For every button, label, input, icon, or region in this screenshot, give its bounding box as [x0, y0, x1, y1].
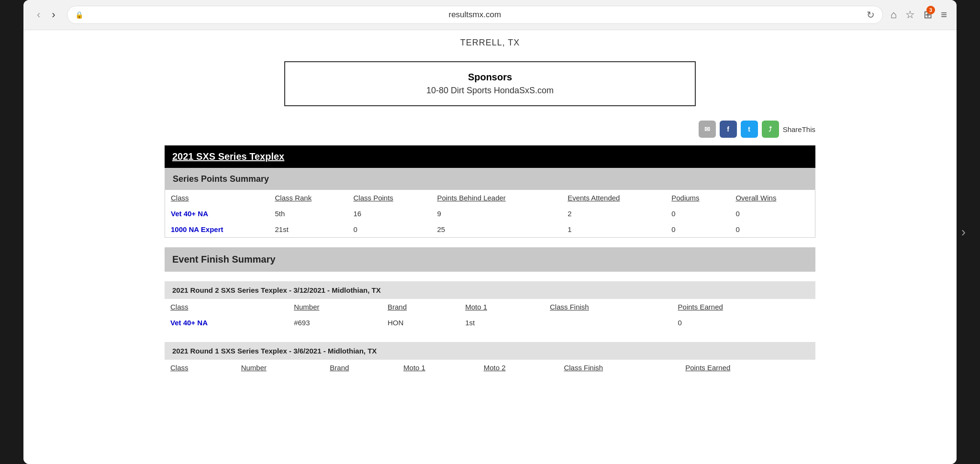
- event-cell: #693: [288, 315, 382, 331]
- location-header: TERRELL, TX: [165, 30, 815, 52]
- col-overall-wins: Overall Wins: [730, 190, 815, 206]
- address-bar: 🔒 resultsmx.com ↻: [67, 6, 883, 24]
- share-row: ✉ f t ⤴ ShareThis: [165, 116, 815, 145]
- event-round-header: 2021 Round 2 SXS Series Texplex - 3/12/2…: [165, 281, 815, 299]
- page-inner: TERRELL, TX Sponsors 10-80 Dirt Sports H…: [155, 30, 825, 406]
- reload-button[interactable]: ↻: [867, 9, 875, 21]
- col-podiums: Podiums: [666, 190, 730, 206]
- table-row: Vet 40+ NA 5th 16 9 2 0 0: [165, 206, 815, 221]
- event-col-header: Class Finish: [544, 299, 672, 315]
- bookmark-button[interactable]: ☆: [905, 9, 915, 21]
- event-block: 2021 Round 1 SXS Series Texplex - 3/6/20…: [165, 342, 815, 376]
- table-row: 1000 NA Expert 21st 0 25 1 0 0: [165, 221, 815, 237]
- podiums-cell: 0: [666, 221, 730, 237]
- menu-button[interactable]: ≡: [941, 9, 947, 21]
- class-cell[interactable]: 1000 NA Expert: [165, 221, 269, 237]
- points-behind-cell: 25: [431, 221, 562, 237]
- event-cell: HON: [382, 315, 459, 331]
- toolbar-icons: ⌂ ☆ ⊞ 3 ≡: [891, 9, 947, 21]
- browser-window: ‹ › 🔒 resultsmx.com ↻ ⌂ ☆ ⊞ 3 ≡ TERRELL,…: [23, 0, 957, 464]
- home-button[interactable]: ⌂: [891, 9, 897, 21]
- event-table: ClassNumberBrandMoto 1Moto 2Class Finish…: [165, 360, 815, 376]
- tabs-badge: 3: [926, 6, 935, 14]
- sponsors-names: 10-80 Dirt Sports HondaSxS.com: [304, 86, 676, 96]
- overall-wins-cell: 0: [730, 221, 815, 237]
- tabs-button[interactable]: ⊞ 3: [924, 9, 932, 21]
- collapse-arrow[interactable]: ›: [961, 224, 966, 240]
- event-col-header: Moto 1: [398, 360, 478, 376]
- event-cell: 0: [672, 315, 815, 331]
- event-col-header: Class Finish: [558, 360, 679, 376]
- share-this-button[interactable]: ⤴: [762, 121, 779, 138]
- nav-buttons: ‹ ›: [33, 7, 59, 23]
- class-rank-cell: 21st: [269, 221, 347, 237]
- col-class: Class: [165, 190, 269, 206]
- share-this-label: ShareThis: [783, 125, 815, 133]
- series-title-bar: 2021 SXS Series Texplex: [165, 145, 815, 168]
- col-events-attended: Events Attended: [562, 190, 666, 206]
- class-points-cell: 0: [348, 221, 432, 237]
- event-table-row: Vet 40+ NA#693HON1st0: [165, 315, 815, 331]
- event-cell: [544, 315, 672, 331]
- share-facebook-button[interactable]: f: [720, 121, 737, 138]
- forward-button[interactable]: ›: [48, 7, 59, 23]
- podiums-cell: 0: [666, 206, 730, 221]
- share-twitter-button[interactable]: t: [741, 121, 758, 138]
- event-col-header: Number: [288, 299, 382, 315]
- series-points-table: Class Class Rank Class Points Points Beh…: [165, 190, 815, 237]
- browser-toolbar: ‹ › 🔒 resultsmx.com ↻ ⌂ ☆ ⊞ 3 ≡: [23, 0, 957, 30]
- share-email-button[interactable]: ✉: [699, 121, 716, 138]
- event-col-header: Points Earned: [679, 360, 815, 376]
- event-col-header: Points Earned: [672, 299, 815, 315]
- event-col-header: Moto 2: [478, 360, 558, 376]
- col-points-behind: Points Behind Leader: [431, 190, 562, 206]
- event-cell: 1st: [459, 315, 544, 331]
- event-col-header: Number: [235, 360, 324, 376]
- event-round-header: 2021 Round 1 SXS Series Texplex - 3/6/20…: [165, 342, 815, 360]
- page-content: TERRELL, TX Sponsors 10-80 Dirt Sports H…: [23, 30, 957, 464]
- event-cell: Vet 40+ NA: [165, 315, 288, 331]
- col-class-points: Class Points: [348, 190, 432, 206]
- event-block: 2021 Round 2 SXS Series Texplex - 3/12/2…: [165, 281, 815, 331]
- url-display[interactable]: resultsmx.com: [87, 10, 863, 20]
- event-col-header: Class: [165, 299, 288, 315]
- lock-icon: 🔒: [75, 11, 83, 19]
- class-points-cell: 16: [348, 206, 432, 221]
- event-table: ClassNumberBrandMoto 1Class FinishPoints…: [165, 299, 815, 331]
- event-col-header: Brand: [382, 299, 459, 315]
- sponsors-title: Sponsors: [304, 72, 676, 83]
- series-points-header: Series Points Summary: [165, 168, 815, 190]
- class-rank-cell: 5th: [269, 206, 347, 221]
- class-cell[interactable]: Vet 40+ NA: [165, 206, 269, 221]
- sponsors-box: Sponsors 10-80 Dirt Sports HondaSxS.com: [284, 61, 696, 106]
- event-col-header: Class: [165, 360, 235, 376]
- event-col-header: Brand: [324, 360, 398, 376]
- events-attended-cell: 1: [562, 221, 666, 237]
- points-behind-cell: 9: [431, 206, 562, 221]
- event-col-header: Moto 1: [459, 299, 544, 315]
- events-attended-cell: 2: [562, 206, 666, 221]
- back-button[interactable]: ‹: [33, 7, 44, 23]
- event-finish-header: Event Finish Summary: [165, 247, 815, 272]
- series-points-container: Series Points Summary Class Class Rank C…: [165, 168, 815, 238]
- events-container: 2021 Round 2 SXS Series Texplex - 3/12/2…: [165, 281, 815, 376]
- overall-wins-cell: 0: [730, 206, 815, 221]
- col-class-rank: Class Rank: [269, 190, 347, 206]
